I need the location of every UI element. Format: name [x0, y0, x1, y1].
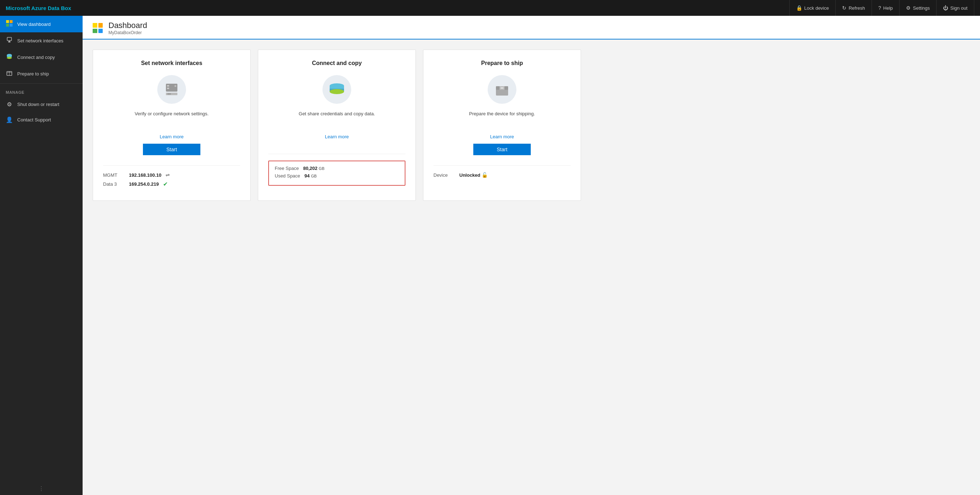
server-icon	[164, 81, 180, 97]
start-button[interactable]: Start	[473, 144, 531, 155]
sidebar-item-shut-down-or-restart[interactable]: ⚙ Shut down or restart	[0, 97, 83, 112]
card-set-network-interfaces: Set network interfaces Verify or configu…	[93, 49, 251, 201]
refresh-label: Refresh	[849, 5, 865, 11]
free-space-value: 80,202 GB	[303, 166, 324, 171]
manage-section-label: MANAGE	[0, 85, 83, 97]
sidebar-item-label: Shut down or restart	[17, 102, 59, 107]
svg-rect-5	[8, 41, 10, 42]
main-layout: View dashboard Set network interfaces	[0, 16, 980, 495]
page-subtitle: MyDataBoxOrder	[108, 30, 147, 35]
free-space-row: Free Space 80,202 GB	[275, 166, 399, 171]
sidebar-item-connect-and-copy[interactable]: Connect and copy	[0, 49, 83, 65]
sidebar-item-label: View dashboard	[17, 22, 51, 27]
connected-icon: ✔	[163, 181, 168, 188]
card-description: Prepare the device for shipping.	[433, 111, 571, 125]
sidebar-item-set-network-interfaces[interactable]: Set network interfaces	[0, 32, 83, 49]
svg-rect-4	[7, 37, 11, 41]
learn-more-link[interactable]: Learn more	[433, 134, 571, 139]
used-space-value: 94 GB	[304, 173, 317, 178]
page-header-text: Dashboard MyDataBoxOrder	[108, 21, 147, 35]
used-space-row: Used Space 94 GB	[275, 173, 399, 178]
shutdown-icon: ⚙	[6, 101, 13, 108]
svg-rect-3	[10, 24, 13, 27]
content-area: Dashboard MyDataBoxOrder Set network int…	[83, 16, 980, 495]
card-footer: Device Unlocked 🔓	[433, 165, 571, 181]
sign-out-button[interactable]: ⏻ Sign out	[937, 0, 974, 16]
unlocked-icon: 🔓	[482, 172, 488, 178]
svg-rect-0	[6, 20, 9, 23]
data3-label: Data 3	[103, 181, 125, 187]
svg-rect-15	[167, 88, 169, 89]
help-icon: ?	[878, 5, 881, 11]
app-title: Microsoft Azure Data Box	[6, 5, 789, 11]
refresh-button[interactable]: ↻ Refresh	[836, 0, 872, 16]
box-icon	[494, 81, 510, 98]
network-sidebar-icon	[6, 37, 13, 45]
card-title: Connect and copy	[268, 60, 406, 67]
sidebar-item-contact-support[interactable]: 👤 Contact Support	[0, 112, 83, 127]
settings-label: Settings	[913, 5, 930, 11]
lock-icon: 🔒	[796, 5, 802, 11]
card-connect-and-copy: Connect and copy Get share credentials a…	[258, 49, 416, 201]
sidebar-divider	[0, 83, 83, 84]
learn-more-link[interactable]: Learn more	[268, 134, 406, 139]
data3-value: 169.254.0.219	[129, 181, 159, 187]
free-space-unit: GB	[319, 166, 325, 170]
copy-card-icon	[323, 75, 351, 104]
sidebar-item-prepare-to-ship[interactable]: Prepare to ship	[0, 65, 83, 82]
copy-sidebar-icon	[6, 53, 13, 61]
dashboard-icon	[6, 20, 13, 28]
svg-rect-16	[175, 85, 176, 87]
svg-rect-2	[6, 24, 9, 27]
card-description: Verify or configure network settings.	[103, 111, 240, 125]
ship-card-icon	[488, 75, 516, 104]
footer-row-mgmt: MGMT 192.168.100.10 ⇌	[103, 172, 240, 178]
mgmt-label: MGMT	[103, 172, 125, 178]
lock-device-label: Lock device	[804, 5, 829, 11]
svg-rect-18	[167, 93, 171, 94]
collapse-handle[interactable]: ⋮	[0, 482, 83, 495]
sign-out-label: Sign out	[950, 5, 967, 11]
free-space-label: Free Space	[275, 166, 299, 171]
sign-out-icon: ⏻	[943, 5, 948, 11]
mgmt-value: 192.168.100.10	[129, 172, 161, 178]
learn-more-link[interactable]: Learn more	[103, 134, 240, 139]
settings-icon: ⚙	[906, 5, 911, 11]
svg-rect-1	[10, 20, 13, 23]
card-footer: MGMT 192.168.100.10 ⇌ Data 3 169.254.0.2…	[103, 165, 240, 190]
device-row: Device Unlocked 🔓	[433, 172, 571, 178]
start-button[interactable]: Start	[143, 144, 200, 155]
sidebar-item-label: Set network interfaces	[17, 38, 64, 43]
refresh-icon: ↻	[842, 5, 846, 11]
support-icon: 👤	[6, 116, 13, 123]
disk-stack-icon	[328, 81, 346, 97]
card-title: Prepare to ship	[433, 60, 571, 67]
card-footer: Free Space 80,202 GB Used Space 94 GB	[268, 154, 406, 186]
device-label: Device	[433, 172, 455, 178]
svg-point-10	[7, 57, 12, 59]
sidebar-item-label: Contact Support	[17, 117, 51, 123]
sidebar: View dashboard Set network interfaces	[0, 16, 83, 495]
svg-point-23	[330, 89, 344, 94]
card-prepare-to-ship: Prepare to ship Prepare the device for s…	[423, 49, 581, 201]
page-header: Dashboard MyDataBoxOrder	[83, 16, 980, 40]
svg-rect-14	[167, 85, 169, 87]
help-label: Help	[883, 5, 893, 11]
used-space-unit: GB	[311, 174, 317, 178]
cards-container: Set network interfaces Verify or configu…	[83, 40, 980, 211]
card-title: Set network interfaces	[103, 60, 240, 67]
settings-button[interactable]: ⚙ Settings	[900, 0, 937, 16]
lock-device-button[interactable]: 🔒 Lock device	[789, 0, 836, 16]
network-card-icon	[157, 75, 186, 104]
sidebar-item-label: Prepare to ship	[17, 71, 49, 76]
topbar: Microsoft Azure Data Box 🔒 Lock device ↻…	[0, 0, 980, 16]
network-activity-icon: ⇌	[165, 172, 170, 178]
sidebar-item-view-dashboard[interactable]: View dashboard	[0, 16, 83, 32]
info-box: Free Space 80,202 GB Used Space 94 GB	[268, 161, 406, 186]
help-button[interactable]: ? Help	[872, 0, 900, 16]
footer-row-data3: Data 3 169.254.0.219 ✔	[103, 181, 240, 188]
ship-sidebar-icon	[6, 70, 13, 78]
svg-rect-27	[501, 87, 503, 89]
used-space-label: Used Space	[275, 173, 300, 178]
page-title: Dashboard	[108, 21, 147, 30]
